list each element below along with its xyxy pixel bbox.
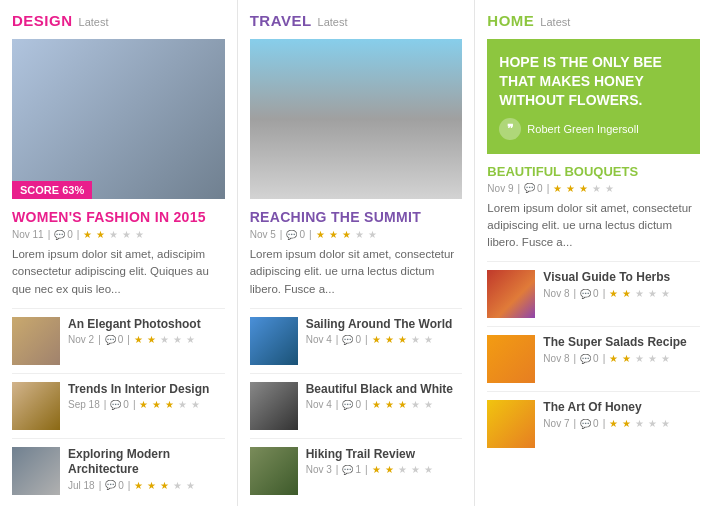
small-article-home-2[interactable]: The Art Of Honey Nov 7 | 💬 0 | ★★★★★ — [487, 400, 700, 448]
small-thumb-img — [487, 400, 535, 448]
quote-author: ❞ Robert Green Ingersoll — [499, 118, 688, 140]
divider — [250, 373, 463, 374]
small-thumb-travel-0 — [250, 317, 298, 365]
small-article-info: An Elegant Photoshoot Nov 2 | 💬 0 | ★★★★… — [68, 317, 225, 346]
small-thumb-img — [250, 382, 298, 430]
small-comment-count: 💬 0 — [110, 399, 129, 410]
star-empty: ★ — [411, 464, 420, 475]
star-empty: ★ — [648, 288, 657, 299]
main-article-title-home[interactable]: BEAUTIFUL BOUQUETS — [487, 164, 700, 179]
small-article-travel-0[interactable]: Sailing Around The World Nov 4 | 💬 0 | ★… — [250, 317, 463, 365]
divider — [487, 326, 700, 327]
small-thumb-img — [12, 447, 60, 495]
small-article-title[interactable]: An Elegant Photoshoot — [68, 317, 225, 333]
article-meta: Nov 11 | 💬 0 | ★★★★★ — [12, 229, 225, 240]
star-empty: ★ — [424, 464, 433, 475]
star-filled: ★ — [147, 334, 156, 345]
small-date: Jul 18 — [68, 480, 95, 491]
star-empty: ★ — [186, 334, 195, 345]
small-comment-count: 💬 0 — [580, 418, 599, 429]
small-thumb-img — [12, 317, 60, 365]
star-filled: ★ — [152, 399, 161, 410]
star-empty: ★ — [109, 229, 118, 240]
small-thumb-home-0 — [487, 270, 535, 318]
star-empty: ★ — [122, 229, 131, 240]
small-article-title[interactable]: Beautiful Black and White — [306, 382, 463, 398]
star-filled: ★ — [622, 418, 631, 429]
col-title-home: HOME — [487, 12, 534, 29]
small-article-home-1[interactable]: The Super Salads Recipe Nov 8 | 💬 0 | ★★… — [487, 335, 700, 383]
small-thumb-design-0 — [12, 317, 60, 365]
small-article-design-1[interactable]: Trends In Interior Design Sep 18 | 💬 0 |… — [12, 382, 225, 430]
col-title-design: DESIGN — [12, 12, 73, 29]
small-thumb-img — [12, 382, 60, 430]
main-article-excerpt-home: Lorem ipsum dolor sit amet, consectetur … — [487, 200, 700, 252]
quote-icon: ❞ — [499, 118, 521, 140]
small-article-title[interactable]: Visual Guide To Herbs — [543, 270, 700, 286]
small-article-title[interactable]: Trends In Interior Design — [68, 382, 225, 398]
col-sub-home: Latest — [540, 16, 570, 28]
star-filled: ★ — [579, 183, 588, 194]
star-filled: ★ — [398, 334, 407, 345]
small-thumb-home-1 — [487, 335, 535, 383]
small-article-home-0[interactable]: Visual Guide To Herbs Nov 8 | 💬 0 | ★★★★… — [487, 270, 700, 318]
comment-icon: 💬 — [342, 400, 353, 410]
star-empty: ★ — [411, 334, 420, 345]
article-date: Nov 5 — [250, 229, 276, 240]
quote-author-name: Robert Green Ingersoll — [527, 123, 638, 135]
small-article-title[interactable]: Sailing Around The World — [306, 317, 463, 333]
small-article-travel-2[interactable]: Hiking Trail Review Nov 3 | 💬 1 | ★★★★★ — [250, 447, 463, 495]
small-date: Sep 18 — [68, 399, 100, 410]
col-header-design: DESIGN Latest — [12, 12, 225, 29]
star-filled: ★ — [398, 399, 407, 410]
star-filled: ★ — [609, 418, 618, 429]
small-article-meta: Nov 3 | 💬 1 | ★★★★★ — [306, 464, 463, 475]
star-filled: ★ — [83, 229, 92, 240]
small-thumb-travel-1 — [250, 382, 298, 430]
quote-box: HOPE IS THE ONLY BEE THAT MAKES HONEY WI… — [487, 39, 700, 154]
small-date: Nov 7 — [543, 418, 569, 429]
divider — [250, 438, 463, 439]
small-article-title[interactable]: Hiking Trail Review — [306, 447, 463, 463]
small-article-meta: Sep 18 | 💬 0 | ★★★★★ — [68, 399, 225, 410]
divider — [12, 438, 225, 439]
hero-image-travel[interactable] — [250, 39, 463, 199]
small-date: Nov 8 — [543, 288, 569, 299]
small-article-info: Visual Guide To Herbs Nov 8 | 💬 0 | ★★★★… — [543, 270, 700, 299]
small-article-meta: Jul 18 | 💬 0 | ★★★★★ — [68, 480, 225, 491]
small-article-info: Beautiful Black and White Nov 4 | 💬 0 | … — [306, 382, 463, 411]
hero-image-design[interactable]: SCORE 63% — [12, 39, 225, 199]
hero-thumb — [12, 39, 225, 199]
main-article-title-design[interactable]: WOMEN'S FASHION IN 2015 — [12, 209, 225, 225]
main-article-title-travel[interactable]: REACHING THE SUMMIT — [250, 209, 463, 225]
column-travel: TRAVEL Latest REACHING THE SUMMIT Nov 5 … — [238, 0, 476, 506]
article-date: Nov 11 — [12, 229, 44, 240]
star-empty: ★ — [173, 334, 182, 345]
small-thumb-home-2 — [487, 400, 535, 448]
star-filled: ★ — [134, 480, 143, 491]
star-filled: ★ — [139, 399, 148, 410]
small-thumb-img — [250, 317, 298, 365]
star-empty: ★ — [368, 229, 377, 240]
star-filled: ★ — [385, 399, 394, 410]
small-article-design-0[interactable]: An Elegant Photoshoot Nov 2 | 💬 0 | ★★★★… — [12, 317, 225, 365]
small-comment-count: 💬 0 — [580, 288, 599, 299]
star-empty: ★ — [191, 399, 200, 410]
small-article-title[interactable]: The Art Of Honey — [543, 400, 700, 416]
small-thumb-design-1 — [12, 382, 60, 430]
small-comment-count: 💬 0 — [105, 334, 124, 345]
small-article-meta: Nov 2 | 💬 0 | ★★★★★ — [68, 334, 225, 345]
small-article-meta: Nov 8 | 💬 0 | ★★★★★ — [543, 288, 700, 299]
star-filled: ★ — [160, 480, 169, 491]
star-empty: ★ — [592, 183, 601, 194]
comment-icon: 💬 — [580, 419, 591, 429]
star-empty: ★ — [661, 418, 670, 429]
small-article-title[interactable]: Exploring Modern Architecture — [68, 447, 225, 478]
small-article-title[interactable]: The Super Salads Recipe — [543, 335, 700, 351]
col-header-home: HOME Latest — [487, 12, 700, 29]
divider — [12, 373, 225, 374]
star-filled: ★ — [609, 353, 618, 364]
small-date: Nov 8 — [543, 353, 569, 364]
small-article-travel-1[interactable]: Beautiful Black and White Nov 4 | 💬 0 | … — [250, 382, 463, 430]
small-article-design-2[interactable]: Exploring Modern Architecture Jul 18 | 💬… — [12, 447, 225, 495]
